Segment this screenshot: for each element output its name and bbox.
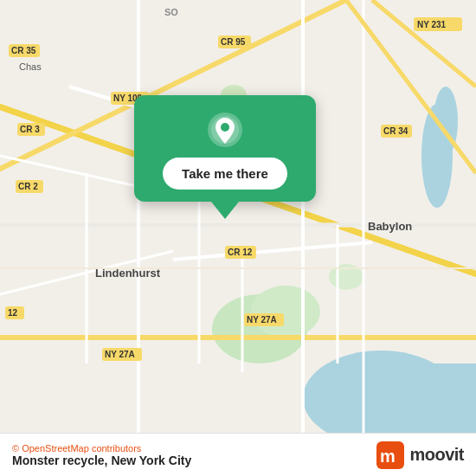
osm-link[interactable]: OpenStreetMap contributors: [19, 443, 141, 453]
svg-text:Babylon: Babylon: [368, 220, 412, 233]
map-container: SO NY 231 CR 95 CR 35 Chas NY 109 CR 34 …: [0, 0, 476, 433]
svg-text:Chas: Chas: [19, 61, 42, 72]
moovit-logo: m moovit: [376, 441, 464, 469]
osm-credit: © OpenStreetMap contributors: [12, 443, 191, 453]
moovit-text: moovit: [409, 445, 464, 465]
svg-text:CR 3: CR 3: [20, 125, 40, 134]
bottom-left: © OpenStreetMap contributors Monster rec…: [12, 443, 191, 467]
svg-text:m: m: [380, 447, 396, 466]
bottom-title: Monster recycle, New York City: [12, 453, 191, 467]
svg-text:CR 35: CR 35: [11, 46, 36, 55]
svg-text:NY 231: NY 231: [417, 20, 447, 29]
svg-text:CR 12: CR 12: [228, 248, 253, 257]
svg-text:NY 109: NY 109: [113, 93, 143, 103]
svg-rect-3: [338, 363, 476, 433]
map-svg: SO NY 231 CR 95 CR 35 Chas NY 109 CR 34 …: [0, 0, 476, 433]
svg-point-7: [221, 85, 247, 106]
svg-text:Lindenhurst: Lindenhurst: [95, 267, 161, 280]
svg-point-5: [251, 286, 320, 338]
moovit-brand-icon: m: [376, 441, 404, 469]
bottom-bar: © OpenStreetMap contributors Monster rec…: [0, 433, 476, 476]
svg-text:12: 12: [8, 308, 18, 318]
svg-text:CR 2: CR 2: [18, 182, 38, 191]
svg-text:NY 27A: NY 27A: [105, 350, 135, 359]
svg-text:SO: SO: [164, 7, 178, 17]
svg-text:CR 95: CR 95: [221, 37, 246, 47]
svg-text:NY 27A: NY 27A: [247, 315, 277, 325]
svg-text:CR 34: CR 34: [383, 126, 408, 136]
take-me-there-button[interactable]: Take me there: [163, 158, 287, 190]
